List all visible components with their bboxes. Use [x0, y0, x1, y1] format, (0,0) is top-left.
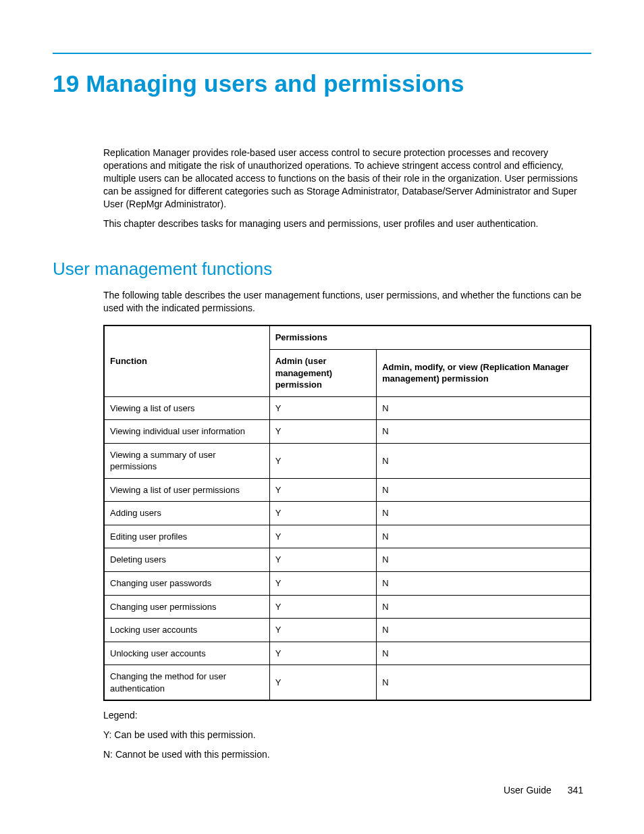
cell-admin-modify-view: N: [377, 548, 591, 572]
table-header-permissions: Permissions: [269, 325, 591, 349]
cell-admin-modify-view: N: [377, 420, 591, 444]
legend-title: Legend:: [103, 709, 591, 722]
cell-admin-user: Y: [269, 619, 377, 642]
table-row: Viewing individual user informationYN: [104, 420, 591, 444]
cell-function: Viewing a list of user permissions: [104, 478, 269, 502]
table-header-admin-user: Admin (user management) permission: [269, 350, 377, 397]
table-row: Changing user passwordsYN: [104, 572, 591, 596]
cell-admin-user: Y: [269, 665, 377, 701]
legend: Legend: Y: Can be used with this permiss…: [103, 709, 591, 761]
cell-admin-user: Y: [269, 642, 377, 665]
table-row: Unlocking user accountsYN: [104, 642, 591, 665]
table-header-admin-modify-view: Admin, modify, or view (Replication Mana…: [377, 350, 591, 397]
cell-admin-user: Y: [269, 396, 377, 420]
cell-admin-user: Y: [269, 525, 377, 548]
cell-admin-modify-view: N: [377, 478, 591, 502]
cell-admin-user: Y: [269, 572, 377, 596]
intro-paragraph-1: Replication Manager provides role-based …: [103, 147, 591, 210]
section-title: User management functions: [53, 257, 591, 281]
legend-n: N: Cannot be used with this permission.: [103, 748, 591, 761]
table-row: Viewing a summary of user permissionsYN: [104, 443, 591, 478]
cell-admin-modify-view: N: [377, 396, 591, 420]
table-row: Changing user permissionsYN: [104, 595, 591, 619]
cell-function: Changing user permissions: [104, 595, 269, 619]
cell-function: Deleting users: [104, 548, 269, 572]
cell-admin-user: Y: [269, 443, 377, 478]
footer-page-number: 341: [568, 785, 583, 796]
cell-function: Locking user accounts: [104, 619, 269, 642]
cell-admin-modify-view: N: [377, 595, 591, 619]
footer-doc-name: User Guide: [504, 785, 552, 796]
cell-function: Adding users: [104, 502, 269, 525]
cell-function: Unlocking user accounts: [104, 642, 269, 665]
cell-function: Changing the method for user authenticat…: [104, 665, 269, 701]
table-row: Locking user accountsYN: [104, 619, 591, 642]
section-intro: The following table describes the user m…: [103, 289, 591, 315]
cell-admin-user: Y: [269, 502, 377, 525]
cell-admin-modify-view: N: [377, 525, 591, 548]
permissions-table: Function Permissions Admin (user managem…: [103, 325, 591, 701]
table-row: Adding usersYN: [104, 502, 591, 525]
cell-admin-modify-view: N: [377, 502, 591, 525]
cell-function: Viewing a list of users: [104, 396, 269, 420]
page-footer: User Guide 341: [504, 784, 583, 797]
cell-admin-user: Y: [269, 595, 377, 619]
cell-admin-modify-view: N: [377, 443, 591, 478]
chapter-title: 19 Managing users and permissions: [53, 68, 591, 99]
cell-function: Changing user passwords: [104, 572, 269, 596]
cell-admin-user: Y: [269, 478, 377, 502]
cell-admin-user: Y: [269, 548, 377, 572]
cell-function: Editing user profiles: [104, 525, 269, 548]
table-row: Viewing a list of user permissionsYN: [104, 478, 591, 502]
cell-admin-modify-view: N: [377, 572, 591, 596]
table-row: Editing user profilesYN: [104, 525, 591, 548]
cell-admin-modify-view: N: [377, 619, 591, 642]
cell-function: Viewing a summary of user permissions: [104, 443, 269, 478]
table-row: Viewing a list of usersYN: [104, 396, 591, 420]
table-row: Changing the method for user authenticat…: [104, 665, 591, 701]
intro-paragraph-2: This chapter describes tasks for managin…: [103, 217, 591, 230]
table-row: Deleting usersYN: [104, 548, 591, 572]
legend-y: Y: Can be used with this permission.: [103, 729, 591, 741]
cell-admin-modify-view: N: [377, 665, 591, 701]
table-header-function: Function: [104, 325, 269, 396]
cell-admin-user: Y: [269, 420, 377, 444]
cell-admin-modify-view: N: [377, 642, 591, 665]
cell-function: Viewing individual user information: [104, 420, 269, 444]
